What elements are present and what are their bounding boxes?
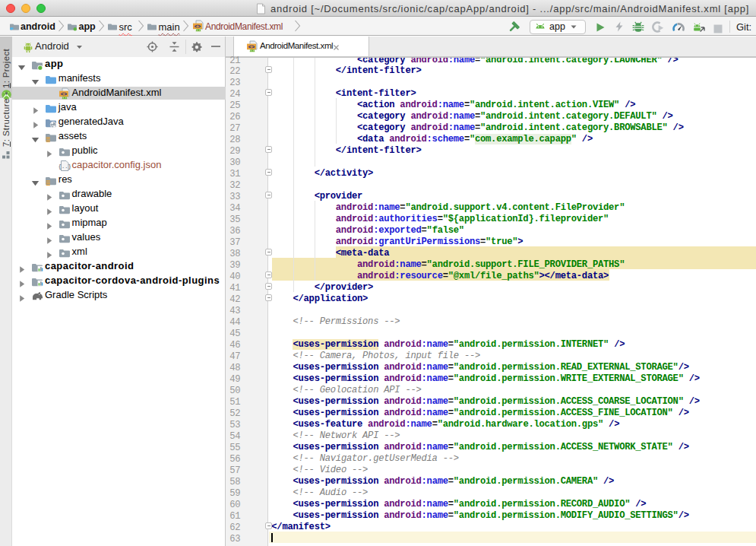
svg-text:<>: <> xyxy=(60,90,67,97)
svg-text:{..}: {..} xyxy=(59,163,71,170)
svg-text:<>: <> xyxy=(195,24,201,30)
svg-text:<>: <> xyxy=(248,43,255,49)
